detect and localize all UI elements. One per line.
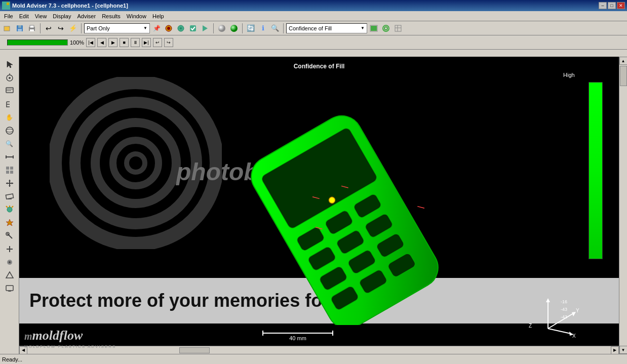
grid-icon[interactable] <box>4 164 16 176</box>
light-icon[interactable] <box>4 217 16 229</box>
scroll-down-button[interactable]: ▼ <box>619 346 628 354</box>
menu-display[interactable]: Display <box>50 12 74 20</box>
maximize-button[interactable]: □ <box>608 2 616 9</box>
orbit-icon[interactable] <box>4 125 16 137</box>
menu-help[interactable]: Help <box>149 12 167 20</box>
svg-point-36 <box>6 127 13 134</box>
menu-view[interactable]: View <box>32 12 50 20</box>
grey-sphere-icon[interactable] <box>216 23 227 34</box>
scroll-up-button[interactable]: ▲ <box>619 57 628 65</box>
measure-icon[interactable] <box>4 151 16 163</box>
query-icon[interactable] <box>4 85 16 97</box>
green-sphere-icon[interactable] <box>228 23 240 34</box>
svg-rect-29 <box>6 88 13 93</box>
analysis-dropdown-arrow-icon: ▼ <box>361 26 365 30</box>
menu-edit[interactable]: Edit <box>16 12 32 20</box>
info-icon[interactable]: ℹ <box>257 23 268 34</box>
loop-back-button[interactable]: ↩ <box>153 38 162 47</box>
zoom-icon[interactable]: 🔍 <box>4 138 16 150</box>
left-sidebar: ✋ 🔍 <box>0 57 19 354</box>
scale3d-icon[interactable] <box>4 190 16 203</box>
play-back-button[interactable]: ◀ <box>97 38 106 47</box>
refresh-icon[interactable]: 🔄 <box>245 23 256 34</box>
minimize-button[interactable]: – <box>599 2 607 9</box>
play-forward-button[interactable]: ▶ <box>108 38 117 47</box>
moldflow-name: mmoldflow <box>24 328 116 343</box>
print-icon[interactable] <box>26 23 37 34</box>
svg-point-13 <box>180 27 182 29</box>
material-icon[interactable] <box>175 23 186 34</box>
check-icon[interactable] <box>187 23 199 34</box>
dropdown-arrow-icon: ▼ <box>143 26 147 30</box>
analysis-label: Confidence of Fill <box>289 25 332 31</box>
hand-icon[interactable]: ✋ <box>4 111 16 124</box>
svg-rect-8 <box>30 25 34 28</box>
display-icon[interactable] <box>4 282 16 295</box>
run-icon[interactable] <box>200 23 211 34</box>
pin-icon[interactable]: 📌 <box>151 23 162 34</box>
svg-rect-5 <box>18 25 21 28</box>
add-icon[interactable] <box>4 243 16 255</box>
step-forward-button[interactable]: ▶| <box>142 38 151 47</box>
svg-point-11 <box>167 27 170 30</box>
step-back-button[interactable]: |◀ <box>86 38 95 47</box>
menu-results[interactable]: Results <box>99 12 124 20</box>
rotate-icon[interactable] <box>4 72 16 84</box>
mesh-icon[interactable] <box>393 23 404 34</box>
save-icon[interactable] <box>14 23 25 34</box>
legend-icon[interactable] <box>368 23 379 34</box>
app-icon <box>2 2 10 10</box>
scroll-thumb-h[interactable] <box>179 347 210 353</box>
svg-marker-25 <box>7 61 13 68</box>
svg-rect-65 <box>6 286 13 291</box>
svg-line-96 <box>548 329 571 334</box>
select-icon[interactable] <box>4 59 16 71</box>
menu-adviser[interactable]: Adviser <box>74 12 99 20</box>
analysis-dropdown[interactable]: Confidence of Fill ▼ <box>286 23 367 33</box>
explode-icon[interactable] <box>4 204 16 216</box>
title-bar-text: Mold Adviser 7.3 - cellphone1 - [cellpho… <box>12 3 128 9</box>
separator4 <box>242 23 243 33</box>
contour-icon[interactable] <box>380 23 391 34</box>
gate-icon[interactable] <box>163 23 174 34</box>
flash-icon[interactable]: ⚡ <box>67 23 79 34</box>
menu-bar: File Edit View Display Adviser Results W… <box>0 11 627 21</box>
right-scrollbar: ▲ ▼ <box>619 57 627 354</box>
svg-rect-44 <box>10 171 13 174</box>
svg-text:-16: -16 <box>561 299 567 304</box>
open-icon[interactable] <box>2 23 13 34</box>
undo-icon[interactable]: ↩ <box>43 23 54 34</box>
redo-icon[interactable]: ↪ <box>55 23 66 34</box>
status-bar: Ready... <box>0 354 627 364</box>
pause-button[interactable]: ⏸ <box>131 38 140 47</box>
svg-rect-9 <box>30 29 34 31</box>
viewport: photobucket Protect more of your memorie… <box>19 57 619 354</box>
search-icon[interactable]: 🔍 <box>269 23 281 34</box>
svg-marker-47 <box>9 180 11 181</box>
stop-button[interactable]: ■ <box>120 38 129 47</box>
svg-line-54 <box>6 206 8 208</box>
progress-bar <box>7 39 68 46</box>
move-icon[interactable] <box>4 177 16 189</box>
scroll-right-button[interactable]: ▶ <box>611 346 619 354</box>
svg-marker-57 <box>6 219 13 226</box>
svg-point-20 <box>383 25 389 31</box>
svg-point-27 <box>9 77 11 79</box>
svg-rect-19 <box>371 26 377 31</box>
svg-rect-22 <box>395 25 401 31</box>
node-icon[interactable] <box>4 256 16 268</box>
menu-file[interactable]: File <box>1 12 16 20</box>
svg-point-72 <box>127 154 145 172</box>
toolbar1: ↩ ↪ ⚡ Part Only ▼ 📌 🔄 ℹ 🔍 Confidence of … <box>0 21 627 35</box>
part-view-dropdown[interactable]: Part Only ▼ <box>84 23 150 33</box>
viewport-title: Confidence of Fill <box>294 63 345 70</box>
tree-icon[interactable] <box>4 98 16 110</box>
scroll-thumb[interactable] <box>620 66 627 86</box>
menu-window[interactable]: Window <box>124 12 149 20</box>
probe-icon[interactable] <box>4 230 16 242</box>
toolbar2: 100% |◀ ◀ ▶ ■ ⏸ ▶| ↩ ↪ <box>0 35 627 50</box>
title-bar-buttons: – □ ✕ <box>599 2 625 9</box>
close-button[interactable]: ✕ <box>617 2 625 9</box>
loop-forward-button[interactable]: ↪ <box>164 38 173 47</box>
triangle-icon[interactable] <box>4 269 16 281</box>
